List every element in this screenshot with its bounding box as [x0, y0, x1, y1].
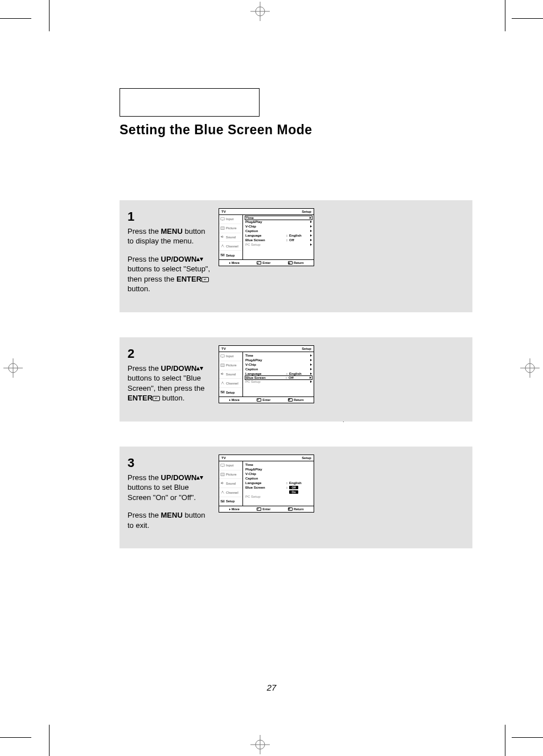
- svg-rect-23: [222, 255, 223, 255]
- instruction-text: Press the MENU button to exit.: [127, 510, 213, 530]
- menu-row-pc-setup: PC Setup: [245, 242, 312, 247]
- step-block-1: 1 Press the MENU button to display the m…: [120, 200, 472, 312]
- menu-row-time: Time: [245, 462, 312, 467]
- setup-icon: [220, 499, 225, 503]
- step-block-3: 3 Press the UP/DOWN buttons to set Blue …: [120, 447, 472, 548]
- menu-row-pc-setup: PC Setup: [245, 379, 312, 384]
- menu-row-language: Language:English: [245, 233, 312, 238]
- crop-mark: [49, 0, 50, 31]
- sidebar-item-input: Input: [219, 352, 242, 361]
- menu-row-language: Language:English: [245, 481, 312, 485]
- svg-rect-50: [224, 501, 225, 501]
- svg-rect-36: [222, 392, 223, 393]
- step-number: 1: [127, 208, 213, 225]
- crop-mark: [505, 0, 505, 31]
- crop-mark: [49, 725, 50, 756]
- menu-row-caption: Caption: [245, 367, 312, 371]
- sidebar-item-setup: Setup: [219, 250, 242, 259]
- sidebar-item-input: Input: [219, 461, 242, 470]
- chevron-right-icon: [308, 243, 312, 246]
- chevron-right-icon: [308, 380, 312, 383]
- chevron-right-icon: [308, 238, 312, 242]
- input-icon: [220, 354, 225, 358]
- menu-row-plug-play: Plug&Play: [245, 358, 312, 362]
- enter-icon: ↵: [257, 398, 261, 402]
- tv-main: TimePlug&PlayV-ChipCaptionLanguage:Engli…: [243, 461, 314, 506]
- picture-icon: [220, 363, 225, 367]
- page-number: 27: [0, 683, 543, 692]
- setup-icon: [220, 390, 225, 394]
- chevron-right-icon: [308, 367, 312, 371]
- tv-sidebar: InputPictureSoundChannelSetup: [219, 352, 243, 396]
- menu-row: On: [245, 490, 312, 494]
- return-icon: Ⅲ: [288, 507, 293, 511]
- svg-point-31: [222, 382, 223, 382]
- step-number: 2: [127, 345, 213, 362]
- sound-icon: [220, 235, 225, 239]
- sidebar-item-picture: Picture: [219, 224, 242, 233]
- crop-mark: [0, 18, 31, 19]
- channel-icon: [220, 244, 225, 248]
- picture-icon: [220, 226, 225, 230]
- crop-mark: [512, 18, 543, 19]
- menu-row-time: Time: [245, 353, 312, 358]
- menu-row-caption: Caption: [245, 476, 312, 481]
- sidebar-item-sound: Sound: [219, 478, 242, 488]
- tv-menu-header: TVSetup: [219, 346, 314, 352]
- sidebar-item-picture: Picture: [219, 361, 242, 370]
- instruction-text: Press the UP/DOWN buttons to select "Blu…: [127, 363, 213, 403]
- menu-row-v-chip: V-Chip: [245, 472, 312, 476]
- sidebar-item-input: Input: [219, 215, 242, 224]
- channel-icon: [220, 490, 225, 494]
- tv-sidebar: InputPictureSoundChannelSetup: [219, 215, 243, 259]
- svg-rect-24: [224, 254, 225, 255]
- tv-menu: TVSetup InputPictureSoundChannelSetupTim…: [219, 208, 314, 266]
- instruction-text: Press the UP/DOWN buttons to select "Set…: [127, 254, 213, 294]
- chevron-right-icon: [308, 216, 311, 220]
- menu-row-v-chip: V-Chip: [245, 362, 312, 367]
- tv-menu: TVSetup InputPictureSoundChannelSetupTim…: [219, 345, 314, 403]
- crop-mark: [512, 737, 543, 738]
- svg-point-44: [222, 491, 223, 491]
- tv-footer: ♦ Move ↵ Enter Ⅲ Return: [219, 506, 314, 512]
- sidebar-item-setup: Setup: [219, 387, 242, 396]
- chevron-right-icon: [308, 363, 312, 366]
- tv-menu-header: TVSetup: [219, 209, 314, 215]
- chevron-right-icon: [308, 229, 312, 233]
- enter-icon: ↵: [201, 277, 209, 282]
- menu-row-caption: Caption: [245, 229, 312, 233]
- tv-menu: TVSetup InputPictureSoundChannelSetupTim…: [219, 455, 314, 513]
- menu-row-pc-setup: PC Setup: [245, 494, 312, 499]
- chevron-right-icon: [308, 376, 311, 379]
- sidebar-item-sound: Sound: [219, 370, 242, 379]
- picture-icon: [220, 473, 225, 477]
- step-text: 3 Press the UP/DOWN buttons to set Blue …: [127, 455, 219, 538]
- menu-row-blue-screen: Blue Screen:Off: [245, 485, 312, 490]
- sidebar-item-channel: Channel: [219, 241, 242, 250]
- tv-footer: ♦ Move ↵ Enter Ⅲ Return: [219, 396, 314, 403]
- svg-rect-25: [221, 355, 224, 357]
- svg-rect-48: [221, 501, 222, 501]
- chevron-right-icon: [308, 372, 312, 375]
- registration-mark: [250, 735, 270, 754]
- crop-mark: [505, 725, 505, 756]
- sound-icon: [220, 372, 225, 376]
- header-box: [120, 88, 260, 117]
- svg-rect-49: [222, 501, 223, 502]
- enter-icon: ↵: [257, 507, 261, 511]
- svg-rect-35: [221, 391, 222, 392]
- registration-mark: [3, 358, 23, 378]
- tv-main: TimePlug&PlayV-ChipCaptionLanguage:Engli…: [243, 215, 314, 259]
- input-icon: [220, 464, 225, 468]
- sidebar-item-channel: Channel: [219, 378, 242, 387]
- tv-footer: ♦ Move ↵ Enter Ⅲ Return: [219, 259, 314, 266]
- menu-row-blue-screen: Blue Screen:Off: [245, 375, 312, 380]
- chevron-right-icon: [308, 358, 312, 362]
- chevron-right-icon: [308, 225, 312, 228]
- svg-rect-37: [224, 391, 225, 392]
- channel-icon: [220, 381, 225, 385]
- setup-icon: [220, 253, 225, 257]
- tv-sidebar: InputPictureSoundChannelSetup: [219, 461, 243, 506]
- enter-icon: ↵: [153, 396, 160, 401]
- tv-main: TimePlug&PlayV-ChipCaptionLanguage:Engli…: [243, 352, 314, 396]
